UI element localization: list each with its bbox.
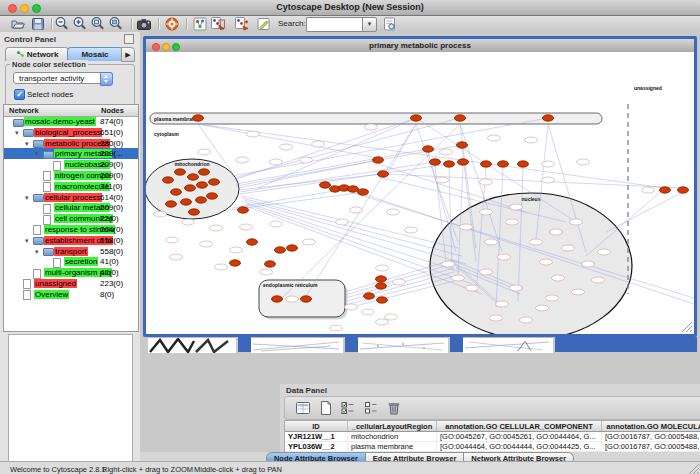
- network-node[interactable]: [199, 169, 210, 175]
- delete-attribute-trash-icon[interactable]: [386, 400, 402, 416]
- network-node[interactable]: [377, 297, 388, 303]
- zoom-in-icon[interactable]: [72, 16, 88, 32]
- network-edge[interactable]: [383, 174, 683, 188]
- network-canvas[interactable]: plasma membrane cytoplasm mitochondrion …: [146, 52, 694, 334]
- network-node[interactable]: [457, 142, 468, 148]
- tree-row-label[interactable]: Overview: [34, 290, 69, 299]
- background-window-overview[interactable]: [148, 337, 236, 353]
- network-node-small[interactable]: [345, 304, 358, 310]
- network-node-small[interactable]: [200, 241, 213, 247]
- network-node-small[interactable]: [376, 265, 389, 271]
- network-node-small[interactable]: [577, 159, 590, 165]
- tree-row[interactable]: ▾primary metabo209(...: [4, 148, 138, 159]
- window-titlebar[interactable]: Cytoscape Desktop (New Session): [0, 0, 700, 16]
- network-node-small[interactable]: [442, 261, 455, 267]
- network-node-small[interactable]: [350, 207, 363, 213]
- tree-row[interactable]: mosaic-demo-yeast874(0): [4, 116, 138, 127]
- network-edge[interactable]: [230, 192, 364, 210]
- network-node-small[interactable]: [210, 225, 223, 231]
- tree-row[interactable]: secretion41(0): [4, 256, 138, 267]
- network-edge[interactable]: [236, 149, 428, 184]
- table-row[interactable]: YPL036W__2plasma membrane[GO:0044464, GO…: [285, 442, 700, 452]
- tree-row[interactable]: nucleobase-209(0): [4, 159, 138, 170]
- network-node-small[interactable]: [466, 285, 479, 291]
- network-node-small[interactable]: [440, 149, 453, 155]
- background-window[interactable]: [251, 337, 343, 353]
- tree-expand-icon[interactable]: ▾: [25, 139, 29, 148]
- tree-row[interactable]: ▾transport558(0): [4, 246, 138, 257]
- network-node-small[interactable]: [240, 224, 253, 230]
- search-dropdown-arrow[interactable]: ▼: [362, 17, 377, 32]
- network-node-small[interactable]: [552, 275, 565, 281]
- network-node[interactable]: [238, 207, 249, 213]
- network-node[interactable]: [348, 186, 359, 192]
- network-node[interactable]: [678, 187, 689, 193]
- network-node-small[interactable]: [542, 177, 555, 183]
- network-node-small[interactable]: [436, 177, 449, 183]
- network-node-small[interactable]: [230, 247, 243, 253]
- network-node[interactable]: [378, 171, 389, 177]
- network-node[interactable]: [171, 189, 182, 195]
- tab-network[interactable]: Network: [5, 47, 69, 61]
- background-window[interactable]: [463, 337, 553, 353]
- network-node[interactable]: [518, 161, 529, 167]
- network-node-small[interactable]: [154, 211, 167, 217]
- annotation-icon[interactable]: [256, 16, 272, 32]
- new-attribute-icon[interactable]: [318, 400, 334, 416]
- help-lifering-icon[interactable]: [164, 16, 180, 32]
- network-node[interactable]: [458, 159, 469, 165]
- network-node-small[interactable]: [452, 275, 465, 281]
- tree-expand-icon[interactable]: ▾: [25, 193, 29, 202]
- background-window-edge[interactable]: [345, 337, 358, 352]
- network-node[interactable]: [287, 245, 298, 251]
- network-node-small[interactable]: [312, 141, 325, 147]
- network-node[interactable]: [175, 169, 186, 175]
- advanced-search-icon[interactable]: [382, 16, 398, 32]
- import-network-icon[interactable]: [192, 16, 208, 32]
- network-node[interactable]: [373, 157, 384, 163]
- tree-header-nodes[interactable]: Nodes: [101, 106, 124, 115]
- network-node[interactable]: [481, 161, 492, 167]
- network-node-small[interactable]: [530, 239, 543, 245]
- background-window-edge[interactable]: [238, 337, 251, 352]
- network-node[interactable]: [193, 115, 204, 121]
- network-node-small[interactable]: [485, 239, 498, 245]
- network-node-small[interactable]: [303, 239, 316, 245]
- tree-row-label[interactable]: unassigned: [34, 279, 77, 288]
- network-node-small[interactable]: [286, 296, 299, 302]
- network-edge[interactable]: [606, 192, 683, 232]
- network-node-small[interactable]: [182, 219, 195, 225]
- table-cell[interactable]: [GO:0016787, GO:0005488, GO:0005215, G..…: [602, 442, 700, 452]
- network-node-small[interactable]: [385, 314, 398, 320]
- network-node-small[interactable]: [480, 269, 493, 275]
- unselect-all-attributes-icon[interactable]: [363, 400, 379, 416]
- table-row[interactable]: YJR121W__1mitochondrion[GO:0045267, GO:0…: [285, 432, 700, 442]
- table-cell[interactable]: YPL036W__2: [285, 442, 348, 452]
- tree-row-label[interactable]: transport: [54, 247, 88, 256]
- network-node[interactable]: [275, 247, 286, 253]
- network-node-small[interactable]: [510, 204, 523, 210]
- network-node[interactable]: [207, 193, 218, 199]
- network-node-small[interactable]: [542, 161, 555, 167]
- table-column-header[interactable]: annotation.GO CELLULAR_COMPONENT: [437, 421, 602, 432]
- network-node-small[interactable]: [365, 124, 378, 130]
- build-network-from-table-icon[interactable]: [234, 16, 250, 32]
- network-node-small[interactable]: [198, 149, 211, 155]
- network-node-small[interactable]: [247, 131, 260, 137]
- network-node[interactable]: [181, 199, 192, 205]
- network-edge[interactable]: [198, 124, 378, 158]
- network-node-small[interactable]: [598, 249, 611, 255]
- network-node[interactable]: [301, 296, 312, 302]
- network-node[interactable]: [423, 146, 434, 152]
- network-node[interactable]: [188, 174, 199, 180]
- network-edge[interactable]: [378, 164, 526, 212]
- network-node-small[interactable]: [280, 144, 293, 150]
- float-panel-icon[interactable]: [124, 34, 134, 44]
- network-node-small[interactable]: [405, 227, 418, 233]
- network-node-small[interactable]: [236, 157, 249, 163]
- network-node-small[interactable]: [488, 135, 501, 141]
- tree-expand-icon[interactable]: ▾: [35, 149, 39, 158]
- tree-row[interactable]: ▾metabolic process280(0): [4, 138, 138, 149]
- network-node-small[interactable]: [170, 254, 183, 260]
- zoom-fit-icon[interactable]: [90, 16, 106, 32]
